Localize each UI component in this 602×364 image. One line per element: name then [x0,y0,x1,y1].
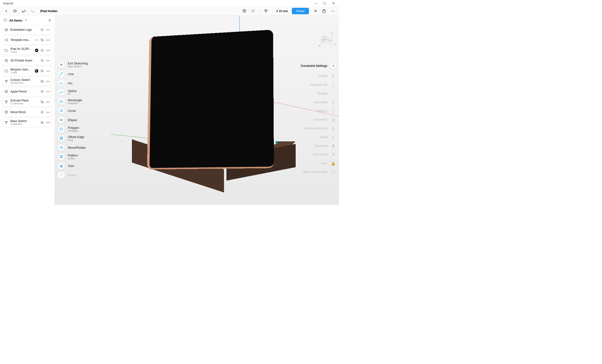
list-item[interactable]: Wood Block ••• [2,107,53,117]
disconnect-constraint[interactable]: Disconnect ✕ [298,150,337,159]
grid-size-value[interactable]: # 10 mm [276,10,288,13]
pattern-tool[interactable]: Pattern Linear [58,152,101,161]
items-icon [3,18,7,23]
panel-header: All Items ✕ [2,17,53,25]
item-more-button[interactable]: ••• [46,70,50,72]
list-item[interactable]: Cutouts Sketch 28 sketches ••• [2,76,53,86]
redo-button[interactable] [30,9,35,14]
body-icon [4,28,9,32]
maximize-button[interactable]: ▢ [322,1,327,5]
line-tool[interactable]: Line [58,69,101,78]
parallel-constraint[interactable]: Parallel ∥ [298,72,337,80]
expand-button[interactable]: ▶ [35,49,38,52]
visible-icon[interactable] [40,28,44,32]
ipad-model [147,30,274,169]
chevron-down-icon[interactable] [24,18,28,22]
midpoint-constraint[interactable]: Midpoint ·|· [298,107,337,115]
constraint-icon: ⊥ [330,81,337,88]
back-button[interactable] [4,9,9,14]
hidden-icon[interactable] [40,79,44,83]
svg-point-21 [5,100,6,101]
item-more-button[interactable]: ••• [46,111,50,114]
offset-edge-tool[interactable]: Offset Edge Loop [58,134,101,143]
list-item[interactable]: Extrude Plane 21 sketches ••• [2,97,53,107]
move-rotate-tool[interactable]: Move/Rotate [58,143,101,152]
svg-point-4 [334,11,334,11]
magnet-icon[interactable] [251,9,256,14]
svg-point-15 [5,80,6,81]
constraint-settings-button[interactable] [330,63,337,69]
item-more-button[interactable]: ••• [46,49,50,52]
concentric-constraint[interactable]: Concentric ◎ [298,115,337,124]
lock-constraint[interactable]: Lock 🔒 [298,159,337,168]
coincident-constraint[interactable]: Coincident ┼ [298,98,337,107]
orientation-cube[interactable]: Left Front z y x [321,32,334,46]
expand-button[interactable]: ▶ [35,69,38,73]
spline-tool[interactable]: Spline Fit [58,88,101,97]
list-item[interactable]: 3D Printed Insert ••• [2,56,53,65]
make-construction-constraint[interactable]: Make Construction ☐ [298,168,337,176]
list-item[interactable]: Embedded Logo ••• [2,25,53,34]
ellipse-tool[interactable]: Ellipse [58,115,101,125]
svg-point-12 [42,60,43,61]
equal-constraint[interactable]: Equal = [298,133,337,141]
close-button[interactable]: ✕ [331,1,336,5]
undo-button[interactable] [21,9,26,14]
exit-sketching-tool[interactable]: Exit Sketching Base Sketch [58,60,101,69]
svg-rect-51 [62,157,63,158]
item-more-button[interactable]: ••• [46,100,50,103]
x-icon [58,61,65,68]
view-settings-icon[interactable] [263,9,268,14]
tangent-constraint[interactable]: Tangent ⌒ [298,89,337,98]
app-body: All Items ✕ Embedded Logo ••• Template I… [0,15,339,205]
hidden-icon[interactable] [40,69,44,73]
trim-tool[interactable]: Trim [58,161,101,171]
sketch-tools-panel: Exit Sketching Base Sketch Line Arc Spli… [58,60,101,180]
visible-icon[interactable] [40,59,44,63]
more-icon[interactable] [330,9,335,14]
minimize-button[interactable]: — [314,1,318,5]
delete-tool: Delete [58,171,101,180]
item-text: Cutouts Sketch 28 sketches [11,78,38,84]
polygon-tool[interactable]: Polygon Pentagon [58,125,101,134]
list-item[interactable]: iPad Air SLDP... 1 item ▶ ••• [2,45,53,55]
visible-icon[interactable] [40,48,44,52]
arc-tool[interactable]: Arc [58,78,101,88]
circle-tool[interactable]: Circle [58,106,101,115]
list-item[interactable]: Apple Pencil ••• [2,87,53,96]
share-button[interactable]: Share [292,8,309,14]
hidden-icon[interactable] [40,100,44,104]
item-more-button[interactable]: ••• [46,59,50,62]
svg-point-27 [5,121,6,122]
svg-rect-54 [60,174,62,177]
svg-point-44 [61,120,62,120]
visible-icon[interactable] [40,90,44,94]
list-item[interactable]: Base Sketch 4 sketches ••• [2,118,53,127]
symmetry-constraint[interactable]: Symmetry ⧗ [298,141,337,150]
layers-icon[interactable] [13,9,17,14]
constraint-icon: ⧗ [330,142,337,149]
spline-icon [58,89,65,96]
hidden-icon[interactable] [40,121,44,125]
item-more-button[interactable]: ••• [46,80,50,83]
expand-icon[interactable] [313,9,318,14]
list-item[interactable]: Template Ima... 0% ••• [2,35,53,44]
item-more-button[interactable]: ••• [46,39,50,42]
cube-view-icon[interactable] [242,9,247,14]
list-item[interactable]: Bergnes Sam... 1 item ▶ ••• [2,66,53,75]
perpendicular-constraint[interactable]: Perpendicular ⊥ [298,80,337,89]
horizontal-vertical-constraint[interactable]: Horizontal/Vertical ┼ [298,124,337,133]
close-panel-button[interactable]: ✕ [48,18,51,22]
hidden-icon[interactable] [40,38,44,42]
rectangle-tool[interactable]: Rectangle Diagonal [58,97,101,106]
svg-point-17 [6,82,7,83]
svg-point-22 [7,100,8,101]
item-more-button[interactable]: ••• [46,28,50,31]
item-more-button[interactable]: ••• [46,121,50,124]
project-title: iPad Holder [40,9,58,13]
item-more-button[interactable]: ••• [46,90,50,93]
help-icon[interactable] [322,9,326,14]
visible-icon[interactable] [40,110,44,114]
separator [272,9,272,13]
svg-rect-49 [62,155,63,156]
